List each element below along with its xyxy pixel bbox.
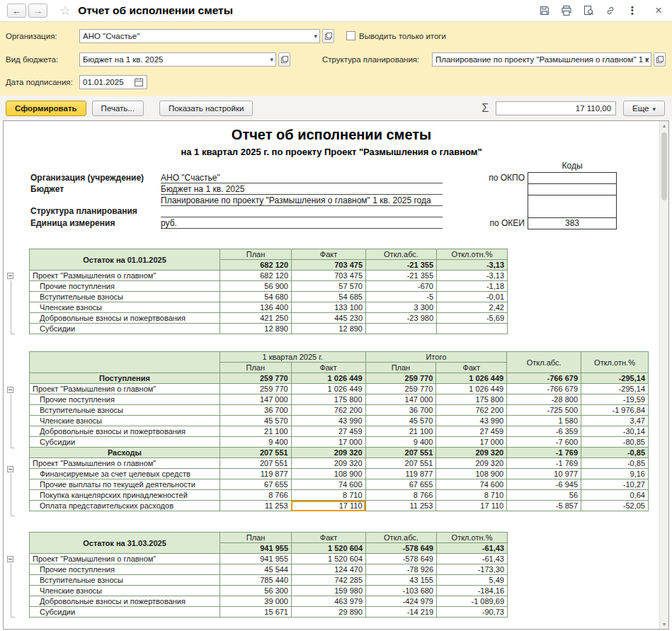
value-cell[interactable]: 1 520 604 xyxy=(292,554,366,564)
value-cell[interactable]: 39 000 xyxy=(220,596,292,607)
section-total-cell[interactable]: 1 026 449 xyxy=(436,373,507,384)
value-cell[interactable]: -5 857 xyxy=(507,501,581,511)
column-header-cell[interactable]: Факт xyxy=(436,363,507,373)
total-cell[interactable]: -61,43 xyxy=(437,543,508,554)
value-cell[interactable]: 43 990 xyxy=(291,416,365,426)
scrollbar-thumb[interactable] xyxy=(661,132,667,200)
value-cell[interactable]: 8 766 xyxy=(220,490,291,501)
organization-combobox[interactable]: АНО "Счастье" ▾ xyxy=(79,29,320,43)
value-cell[interactable]: 67 655 xyxy=(365,479,436,490)
row-name-cell[interactable]: Субсидии xyxy=(30,607,220,618)
column-header-cell[interactable]: Откл.отн.% xyxy=(437,533,508,543)
value-cell[interactable]: 209 320 xyxy=(291,458,365,469)
total-cell[interactable]: -578 649 xyxy=(366,543,437,554)
show-settings-button[interactable]: Показать настройки xyxy=(159,101,254,116)
value-cell[interactable]: 54 685 xyxy=(292,292,366,302)
value-cell[interactable]: 175 800 xyxy=(436,394,507,405)
row-name-cell[interactable]: Прочие поступления xyxy=(30,281,220,292)
value-cell[interactable]: -6 359 xyxy=(507,426,581,437)
value-cell[interactable]: 17 000 xyxy=(291,437,365,448)
row-name-cell[interactable]: Вступительные взносы xyxy=(30,292,220,302)
value-cell[interactable]: -61,43 xyxy=(437,554,508,564)
column-header-cell[interactable]: Факт xyxy=(292,249,366,260)
planning-structure-combobox[interactable]: Планирование по проекту "Размышления о г… xyxy=(432,52,651,67)
section-name-cell[interactable]: Расходы xyxy=(30,448,220,458)
value-cell[interactable]: 159 980 xyxy=(292,586,366,596)
value-cell[interactable]: 703 475 xyxy=(292,271,366,281)
row-name-cell[interactable]: Добровольные взносы и пожертвования xyxy=(30,313,220,324)
row-name-cell[interactable]: Прочие поступления xyxy=(30,394,220,405)
only-totals-checkbox[interactable] xyxy=(346,31,355,40)
value-cell[interactable]: 45 570 xyxy=(220,416,291,426)
value-cell[interactable]: 67 655 xyxy=(220,479,291,490)
value-cell[interactable]: 45 544 xyxy=(220,564,292,575)
vertical-scrollbar[interactable]: ▲ ▼ xyxy=(659,121,668,629)
back-button[interactable]: ← xyxy=(7,4,26,18)
row-name-cell[interactable]: Прочие поступления xyxy=(30,564,220,575)
value-cell[interactable]: -78 926 xyxy=(366,564,437,575)
value-cell[interactable]: 1 026 449 xyxy=(291,384,365,394)
value-cell[interactable]: 54 680 xyxy=(220,292,292,302)
print-icon[interactable] xyxy=(560,4,573,17)
column-header-cell[interactable]: Откл.отн.% xyxy=(437,249,508,260)
row-name-cell[interactable]: Членские взносы xyxy=(30,302,220,313)
value-cell[interactable]: -3,13 xyxy=(437,271,508,281)
row-name-cell[interactable]: Прочие выплаты по текущей деятельности xyxy=(30,479,220,490)
value-cell[interactable]: 10 977 xyxy=(507,469,581,479)
value-cell[interactable]: 57 570 xyxy=(292,281,366,292)
section-total-cell[interactable]: -295,14 xyxy=(581,373,649,384)
row-name-cell[interactable]: Членские взносы xyxy=(30,586,220,596)
value-cell[interactable]: 421 250 xyxy=(220,313,292,324)
value-cell[interactable]: -5,69 xyxy=(437,313,508,324)
value-cell[interactable]: -1 976,84 xyxy=(581,405,649,416)
value-cell[interactable]: -23 980 xyxy=(366,313,437,324)
section-total-cell[interactable]: 209 320 xyxy=(436,448,507,458)
value-cell[interactable]: -1 769 xyxy=(507,458,581,469)
row-name-cell[interactable]: Проект "Размышления о главном" xyxy=(30,271,220,281)
calendar-icon[interactable] xyxy=(132,76,145,88)
value-cell[interactable]: -30,14 xyxy=(581,426,649,437)
value-cell[interactable]: 682 120 xyxy=(220,271,292,281)
value-cell[interactable]: -10,27 xyxy=(581,479,649,490)
favorite-star-icon[interactable]: ☆ xyxy=(59,4,71,18)
row-name-cell[interactable]: Вступительные взносы xyxy=(30,405,220,416)
value-cell[interactable]: -1 089,69 xyxy=(437,596,508,607)
section-total-cell[interactable]: 259 770 xyxy=(365,373,436,384)
value-cell[interactable]: -52,05 xyxy=(581,501,649,511)
value-cell[interactable]: 207 551 xyxy=(365,458,436,469)
value-cell[interactable]: 259 770 xyxy=(365,384,436,394)
value-cell[interactable] xyxy=(366,324,437,334)
column-header-cell[interactable]: Откл.абс. xyxy=(366,533,437,543)
value-cell[interactable]: 36 700 xyxy=(365,405,436,416)
total-cell[interactable]: -21 355 xyxy=(366,260,437,271)
value-cell[interactable]: 136 400 xyxy=(220,302,292,313)
value-cell[interactable]: -725 500 xyxy=(507,405,581,416)
value-cell[interactable]: 12 890 xyxy=(292,324,366,334)
value-cell[interactable]: 119 877 xyxy=(220,469,291,479)
value-cell[interactable]: 56 xyxy=(507,490,581,501)
column-header-cell[interactable]: План xyxy=(220,249,292,260)
value-cell[interactable]: 21 100 xyxy=(220,426,291,437)
value-cell[interactable]: 15 671 xyxy=(220,607,292,618)
value-cell[interactable]: -80,85 xyxy=(581,437,649,448)
value-cell[interactable]: -184,16 xyxy=(437,586,508,596)
value-cell[interactable]: 445 230 xyxy=(292,313,366,324)
sum-field[interactable]: 17 110,00 xyxy=(496,101,616,115)
value-cell[interactable]: 9 400 xyxy=(365,437,436,448)
row-name-cell[interactable]: Добровольные взносы и пожертвования xyxy=(30,596,220,607)
preview-icon[interactable] xyxy=(582,4,595,17)
more-button[interactable]: Еще▾ xyxy=(623,101,665,116)
value-cell[interactable]: 209 320 xyxy=(436,458,507,469)
value-cell[interactable]: -1,18 xyxy=(437,281,508,292)
section-total-cell[interactable]: 259 770 xyxy=(220,373,291,384)
generate-button[interactable]: Сформировать xyxy=(6,101,86,116)
value-cell[interactable]: 742 285 xyxy=(292,575,366,586)
section-total-cell[interactable]: 209 320 xyxy=(291,448,365,458)
value-cell[interactable]: 74 600 xyxy=(436,479,507,490)
section-total-cell[interactable]: -0,85 xyxy=(581,448,649,458)
value-cell[interactable]: 8 710 xyxy=(291,490,365,501)
value-cell[interactable]: 43 155 xyxy=(366,575,437,586)
value-cell[interactable]: 27 459 xyxy=(436,426,507,437)
value-cell[interactable]: 9 400 xyxy=(220,437,291,448)
row-name-cell[interactable]: Оплата представительских расходов xyxy=(30,501,220,511)
